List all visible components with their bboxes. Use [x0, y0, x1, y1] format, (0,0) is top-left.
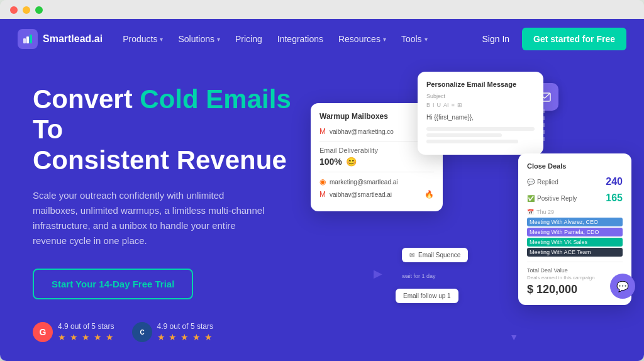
meeting-1: Meeting With Alvarez, CEO — [527, 218, 623, 226]
gmail-icon-2: M — [319, 190, 326, 199]
sign-in-button[interactable]: Sign In — [482, 34, 509, 44]
triangle-decoration-2: ▼ — [509, 332, 518, 342]
calendar-section: 📅 Thu 29 Meeting With Alvarez, CEO Meeti… — [527, 209, 623, 257]
minimize-button[interactable] — [23, 6, 30, 14]
navigation: Smartlead.ai Products ▾ Solutions ▾ Pric… — [0, 19, 644, 59]
total-deal-sub: Deals earned in this campaign — [527, 275, 623, 280]
chevron-down-icon: ▾ — [425, 36, 428, 43]
replied-stat: 💬 Replied 240 — [527, 176, 623, 187]
nav-links: Products ▾ Solutions ▾ Pricing Integrati… — [123, 34, 482, 44]
triangle-decoration: ▶ — [374, 267, 382, 280]
trial-button[interactable]: Start Your 14-Day Free Trial — [33, 269, 193, 299]
warmup-email-3: M vaibhav@smartlead.ai 🔥 — [319, 190, 434, 199]
total-deal-value: $ 120,000 — [527, 283, 623, 296]
close-button[interactable] — [10, 6, 18, 14]
warmup-card-title: Warmup Mailboxes — [319, 112, 434, 121]
nav-integrations[interactable]: Integrations — [277, 34, 323, 44]
warmup-email-1: M vaibhav@marketing.co 🔥 — [319, 127, 434, 136]
nav-pricing[interactable]: Pricing — [235, 34, 262, 44]
chevron-down-icon: ▾ — [383, 36, 386, 43]
close-deals-card: Close Deals 💬 Replied 240 ✅ Positive Rep… — [518, 153, 631, 305]
chevron-down-icon: ▾ — [160, 36, 163, 43]
svg-text:C: C — [140, 329, 144, 336]
logo-text: Smartlead.ai — [43, 33, 103, 45]
email-sequence-button: ✉ Email Squence — [402, 248, 468, 262]
editor-toolbar: BIUAI≡⊞ — [426, 102, 535, 108]
capterra-rating-info: 4.9 out of 5 stars ★ ★ ★ ★ ★ — [157, 322, 214, 342]
personalize-card: Personalize Email Message Subject BIUAI≡… — [418, 72, 543, 155]
nav-solutions[interactable]: Solutions ▾ — [178, 34, 220, 44]
chat-bubble-icon: 💬 — [610, 274, 635, 299]
chat-icon: 💬 — [527, 179, 535, 186]
calendar-icon: 📅 — [527, 209, 534, 215]
nav-right: Sign In Get started for Free — [482, 28, 626, 50]
replied-value: 240 — [606, 176, 623, 187]
page-content: Smartlead.ai Products ▾ Solutions ▾ Pric… — [0, 19, 644, 361]
hero-heading: Convert Cold Emails To Consistent Revenu… — [33, 84, 297, 175]
total-deal-section: Total Deal Value Deals earned in this ca… — [527, 262, 623, 296]
ratings-section: G 4.9 out of 5 stars ★ ★ ★ ★ ★ C — [33, 322, 297, 342]
g2-logo: G — [33, 322, 53, 342]
browser-window: Smartlead.ai Products ▾ Solutions ▾ Pric… — [0, 0, 644, 361]
positive-reply-value: 165 — [606, 192, 623, 204]
g2-rating: G 4.9 out of 5 stars ★ ★ ★ ★ ★ — [33, 322, 114, 342]
nav-products[interactable]: Products ▾ — [123, 34, 163, 44]
warmup-email-2: ◉ marketing@smartlead.ai — [319, 177, 434, 186]
connector-line-2 — [543, 109, 545, 141]
gmail-icon: M — [319, 127, 326, 136]
g2-score: 4.9 out of 5 stars — [58, 322, 114, 331]
logo-icon — [18, 29, 38, 49]
hero-illustration: Warmup Mailboxes M vaibhav@marketing.co … — [311, 65, 631, 361]
capterra-score: 4.9 out of 5 stars — [157, 322, 214, 331]
hero-section: Convert Cold Emails To Consistent Revenu… — [0, 59, 644, 361]
total-deal-label: Total Deal Value — [527, 267, 623, 274]
browser-chrome — [0, 0, 644, 19]
meeting-3: Meeting With VK Sales — [527, 238, 623, 247]
svg-rect-1 — [26, 36, 29, 43]
capterra-stars: ★ ★ ★ ★ ★ — [157, 332, 214, 342]
capterra-logo: C — [132, 322, 152, 342]
personalize-title: Personalize Email Message — [426, 81, 535, 88]
logo[interactable]: Smartlead.ai — [18, 29, 103, 49]
hero-left: Convert Cold Emails To Consistent Revenu… — [33, 84, 297, 342]
nav-tools[interactable]: Tools ▾ — [401, 34, 428, 44]
svg-rect-2 — [30, 35, 32, 43]
deliverability-row: Email Deliverability — [319, 147, 434, 154]
email-body: Hi {{first_name}}, — [426, 113, 535, 122]
meeting-2: Meeting With Pamela, CDO — [527, 228, 623, 236]
g2-rating-info: 4.9 out of 5 stars ★ ★ ★ ★ ★ — [58, 322, 114, 342]
positive-reply-stat: ✅ Positive Reply 165 — [527, 192, 623, 204]
maximize-button[interactable] — [35, 6, 43, 14]
svg-rect-0 — [23, 38, 26, 43]
g2-stars: ★ ★ ★ ★ ★ — [58, 332, 114, 342]
follow-up-button: Email follow up 1 — [396, 289, 458, 303]
close-deals-title: Close Deals — [527, 162, 623, 170]
nav-resources[interactable]: Resources ▾ — [338, 34, 386, 44]
hero-subtext: Scale your outreach confidently with unl… — [33, 188, 272, 248]
meeting-4: Meeting With ACE Team — [527, 248, 623, 257]
envelope-icon: ✉ — [409, 252, 414, 258]
outlook-icon: ◉ — [319, 177, 326, 186]
chevron-down-icon: ▾ — [217, 36, 220, 43]
capterra-rating: C 4.9 out of 5 stars ★ ★ ★ ★ ★ — [132, 322, 214, 342]
get-started-button[interactable]: Get started for Free — [522, 28, 626, 50]
wait-text: wait for 1 day — [402, 273, 436, 279]
check-icon: ✅ — [527, 195, 535, 202]
